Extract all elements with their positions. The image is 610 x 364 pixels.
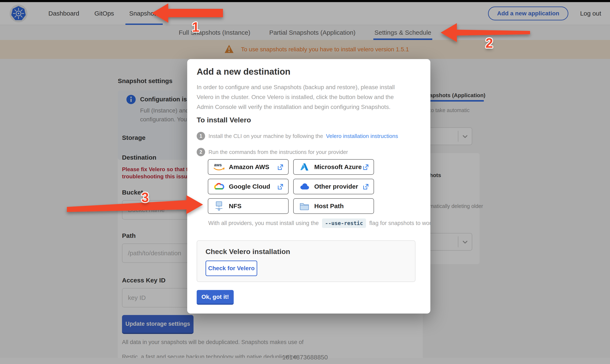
step-number-badge: 2 (197, 148, 205, 156)
external-link-icon (362, 183, 369, 191)
restic-note: With all providers, you must install usi… (208, 219, 430, 228)
provider-button-other[interactable]: Other provider (293, 179, 374, 194)
modal-paragraph-line: In order to configure and use Snapshots … (197, 84, 395, 91)
provider-label: Host Path (314, 203, 344, 210)
restic-note-prefix: With all providers, you must install usi… (208, 220, 319, 226)
check-for-velero-button[interactable]: Check for Velero (206, 260, 257, 276)
ok-got-it-button[interactable]: Ok, got it! (197, 290, 234, 305)
svg-text:aws: aws (214, 163, 222, 167)
modal-title: Add a new destination (197, 67, 290, 77)
folder-icon (298, 202, 311, 210)
step-text: Run the commands from the instructions f… (208, 149, 348, 156)
nfs-icon (213, 201, 225, 211)
screen: Dashboard GitOps Snapshots Add a new app… (0, 0, 610, 364)
provider-button-nfs[interactable]: NFS (208, 198, 289, 214)
modal-paragraph-line: Admin Console will verify the installati… (197, 104, 390, 110)
google-cloud-logo (213, 182, 225, 191)
provider-label: NFS (229, 203, 242, 210)
external-link-icon (276, 183, 284, 191)
external-link-icon (276, 164, 284, 172)
cloud-icon (298, 182, 311, 191)
add-destination-modal: Add a new destination In order to config… (187, 59, 430, 313)
install-velero-heading: To install Velero (197, 116, 251, 124)
check-velero-section: Check Velero installation Check for Vele… (197, 240, 415, 282)
provider-button-aws[interactable]: aws Amazon AWS (208, 159, 289, 175)
step-number-badge: 1 (197, 132, 205, 140)
use-restic-flag-code: --use-restic (322, 219, 366, 228)
provider-button-google-cloud[interactable]: Google Cloud (208, 179, 289, 194)
provider-button-azure[interactable]: Microsoft Azure (293, 159, 374, 175)
step-text: Install the CLI on your machine by follo… (208, 133, 323, 139)
provider-label: Amazon AWS (229, 163, 269, 170)
install-step-2: 2 Run the commands from the instructions… (197, 148, 348, 156)
provider-label: Other provider (314, 183, 358, 190)
azure-logo (298, 162, 311, 172)
velero-instructions-link[interactable]: Velero installation instructions (326, 133, 398, 139)
aws-logo: aws (213, 162, 225, 172)
restic-note-suffix: flag for snapshots to work. (369, 220, 430, 226)
provider-button-host-path[interactable]: Host Path (293, 198, 374, 214)
check-velero-heading: Check Velero installation (206, 247, 290, 256)
install-step-1: 1 Install the CLI on your machine by fol… (197, 132, 398, 140)
provider-label: Google Cloud (229, 183, 270, 190)
external-link-icon (362, 164, 369, 172)
modal-paragraph-line: Velero in the cluster. Once Velero is in… (197, 94, 394, 101)
provider-label: Microsoft Azure (314, 163, 362, 170)
